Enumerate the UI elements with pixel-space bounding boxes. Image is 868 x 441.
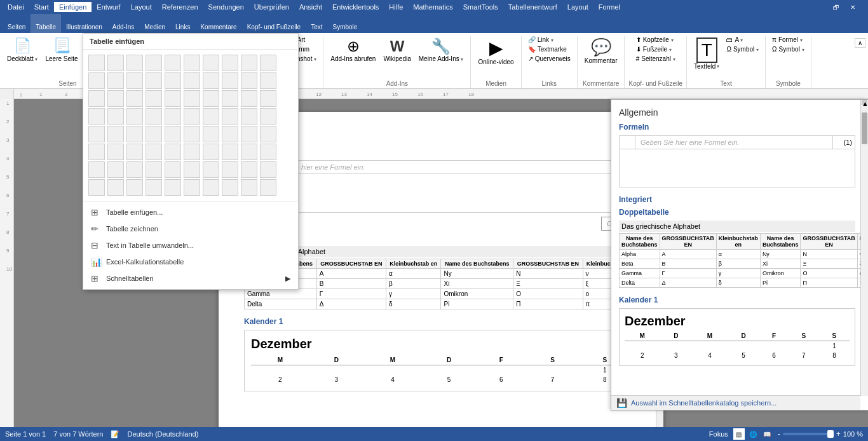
table-grid-cell[interactable] [165,144,181,160]
table-grid-cell[interactable] [222,72,238,89]
addins-abrufen-button[interactable]: ⊕ Add-Ins abrufen [327,36,379,64]
table-grid-cell[interactable] [165,90,181,107]
table-grid-cell[interactable] [203,90,219,107]
panel-scroll-up[interactable]: ▲ [862,100,867,105]
close-button[interactable]: ✕ [845,1,860,13]
table-grid-cell[interactable] [165,72,181,89]
table-grid-cell[interactable] [165,179,181,196]
table-grid-cell[interactable] [241,72,257,89]
table-grid-cell[interactable] [146,72,162,89]
table-grid-cell[interactable] [203,179,219,196]
table-grid-cell[interactable] [88,90,105,107]
kommentar-button[interactable]: 💬 Kommentar [581,36,621,66]
table-grid-cell[interactable] [241,144,257,160]
table-grid-cell[interactable] [146,126,162,142]
table-grid-cell[interactable] [184,144,200,160]
deckblatt-button[interactable]: 📄 Deckblatt ▾ [4,36,41,65]
table-grid-cell[interactable] [203,72,219,89]
table-grid-cell[interactable] [222,144,238,160]
restore-button[interactable]: 🗗 [829,1,844,13]
table-grid-cell[interactable] [107,72,124,89]
meine-addins-button[interactable]: 🔧 Meine Add-Ins ▾ [416,36,467,64]
zoom-in-button[interactable]: + [836,430,841,438]
tab-medien[interactable]: Medien [139,14,170,33]
table-grid-cell[interactable] [203,161,219,178]
menu-referenzen[interactable]: Referenzen [157,2,203,12]
table-grid-cell[interactable] [146,179,162,196]
table-grid-cell[interactable] [146,55,162,71]
fusszeile-button[interactable]: ⬇ Fußzeile ▾ [634,45,678,53]
querverweis-button[interactable]: ↗ Querverweis [526,55,573,63]
tabelle-zeichnen-item[interactable]: ✏ Tabelle zeichnen [83,221,298,237]
table-grid-cell[interactable] [184,72,200,89]
table-grid-cell[interactable] [88,72,105,89]
menu-start[interactable]: Start [29,2,54,12]
table-grid-cell[interactable] [260,72,276,89]
zoom-slider-track[interactable] [783,433,834,435]
link-button[interactable]: 🔗 Link ▾ [526,36,573,44]
text-in-tabelle-item[interactable]: ⊟ Text in Tabelle umwandeln... [83,237,298,254]
table-grid-cell[interactable] [184,108,200,125]
table-grid-cell[interactable] [146,144,162,160]
menu-smarttools[interactable]: SmartTools [458,2,503,12]
textfeld-button[interactable]: T Textfeld ▾ [691,36,722,72]
panel-scrollbar-thumb[interactable] [862,112,867,144]
table-grid-cell[interactable] [222,126,238,142]
tab-seiten[interactable]: Seiten [3,14,31,33]
table-grid-cell[interactable] [203,55,219,71]
table-grid-cell[interactable] [126,108,143,125]
table-grid-cell[interactable] [88,55,105,71]
table-grid-cell[interactable] [260,161,276,178]
menu-layout2[interactable]: Layout [562,2,593,12]
symbol-button[interactable]: Ω Symbol ▾ [770,45,807,53]
panel-bottom-bar[interactable]: 💾 Auswahl im Schnelltabellenkatalog spei… [611,395,860,410]
table-grid-cell[interactable] [260,108,276,125]
leere-seite-button[interactable]: 📃 Leere Seite [42,36,81,65]
zoom-out-button[interactable]: - [778,430,780,438]
table-grid-cell[interactable] [126,72,143,89]
menu-ansicht[interactable]: Ansicht [294,2,327,12]
menu-datei[interactable]: Datei [3,2,29,12]
table-grid-cell[interactable] [184,55,200,71]
table-grid-cell[interactable] [165,55,181,71]
table-grid-cell[interactable] [260,144,276,160]
table-grid-cell[interactable] [260,55,276,71]
table-grid-cell[interactable] [107,126,124,142]
panel-scrollbar[interactable]: ▲ [860,100,868,396]
table-grid-cell[interactable] [107,144,124,160]
tab-kopffusszeile[interactable]: Kopf- und Fußzeile [242,14,306,33]
table-grid-cell[interactable] [222,55,238,71]
online-video-button[interactable]: ▶ Online-video [475,36,517,67]
table-grid-cell[interactable] [146,90,162,107]
menu-sendungen[interactable]: Sendungen [203,2,249,12]
table-grid-cell[interactable] [260,179,276,196]
table-grid-cell[interactable] [107,161,124,178]
schnelltabellen-item[interactable]: ⊞ Schnelltabellen ▶ [83,270,298,287]
table-grid-cell[interactable] [241,55,257,71]
table-grid-cell[interactable] [203,108,219,125]
table-grid-cell[interactable] [184,90,200,107]
panel-save-label[interactable]: Auswahl im Schnelltabellenkatalog speich… [631,399,776,407]
tab-kommentare[interactable]: Kommentare [195,14,241,33]
table-grid-cell[interactable] [88,161,105,178]
table-grid-cell[interactable] [126,144,143,160]
table-grid-cell[interactable] [146,108,162,125]
collapse-ribbon-button[interactable]: ∧ [855,38,865,48]
menu-ueberpruefen[interactable]: Überprüfen [249,2,294,12]
kopfzeile-button[interactable]: ⬆ Kopfzeile ▾ [634,36,678,44]
wikipedia-button[interactable]: W Wikipedia [380,36,414,64]
table-grid-cell[interactable] [203,144,219,160]
table-grid-cell[interactable] [260,126,276,142]
table-grid-cell[interactable] [165,108,181,125]
menu-hilfe[interactable]: Hilfe [384,2,408,12]
table-grid-cell[interactable] [107,108,124,125]
menu-entwurf[interactable]: Entwurf [92,2,125,12]
tabelle-einfuegen-menu-item[interactable]: ⊞ Tabelle einfügen... [83,204,298,221]
table-grid-cell[interactable] [107,55,124,71]
table-grid-cell[interactable] [241,90,257,107]
print-layout-button[interactable]: ▤ [733,428,745,440]
table-grid-cell[interactable] [260,90,276,107]
table-grid-cell[interactable] [241,161,257,178]
menu-formel[interactable]: Formel [593,2,625,12]
table-grid-cell[interactable] [184,179,200,196]
